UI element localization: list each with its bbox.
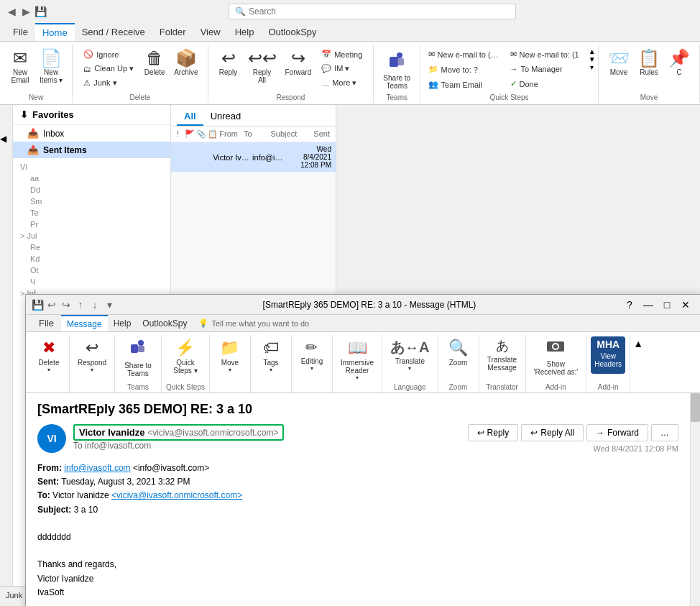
ignore-button[interactable]: 🚫 Ignore [78,47,139,61]
msg-customize-button[interactable]: ▾ [103,299,115,311]
msg-translate-button[interactable]: あ↔A Translate ▾ [387,336,433,374]
msg-move-button[interactable]: 📁 Move ▾ [214,336,246,375]
menu-outlookspy[interactable]: OutlookSpy [261,23,323,41]
quick-new-email-1-button[interactable]: ✉ New e-mail to: (1 [505,47,584,61]
c-btn[interactable]: 📌 C [665,47,694,86]
msg-reply-all-button[interactable]: ↩ Reply All [521,424,584,441]
im-button[interactable]: 💬 IM ▾ [316,62,367,75]
cleanup-button[interactable]: 🗂 Clean Up ▾ [78,62,139,75]
folder-dd[interactable]: Dd [20,184,163,196]
msg-redo-button[interactable]: ↪ [60,299,72,311]
reply-button[interactable]: ↩ Reply [214,47,243,86]
msg-tags-button[interactable]: 🏷 Tags ▾ [255,336,287,375]
ribbon-group-move: 📨 Move 📋 Rules 📌 C Move [599,45,700,103]
msg-delete-button[interactable]: ✖ Delete ▾ [33,336,65,375]
menu-send-receive[interactable]: Send / Receive [75,23,152,41]
folder-ch[interactable]: Ч [20,276,163,288]
msg-reply-button[interactable]: ↩ Reply [468,424,519,441]
menu-home[interactable]: Home [35,23,75,41]
quick-team-email-button[interactable]: 👥 Team Email [423,78,504,91]
menu-help[interactable]: Help [228,23,262,41]
ribbon-expand-arrow[interactable]: ▲ [633,338,643,349]
folder-aa[interactable]: aa [20,173,163,184]
msg-down-button[interactable]: ↓ [89,299,101,311]
folder-re[interactable]: Re [20,242,163,253]
body-to: To: Victor Ivanidze <viciva@ivasoft.onmi… [37,489,678,502]
col-from-header[interactable]: From [216,128,241,140]
msg-scrollbar[interactable] [690,393,700,606]
col-sent-header[interactable]: Sent [300,128,333,140]
msg-scroll-thumb[interactable] [691,393,700,422]
msg-zoom-button[interactable]: 🔍 Zoom [443,336,474,374]
sidebar-item-inbox[interactable]: 📥 Inbox [13,125,170,142]
ribbon-expand-btn[interactable]: ▲ [630,335,646,392]
msg-email-body: From: info@ivasoft.com <info@ivasoft.com… [37,462,678,600]
folder-pr[interactable]: Pr [20,219,163,230]
quick-to-manager-button[interactable]: → To Manager [505,63,584,75]
new-email-button[interactable]: ✉ NewEmail [6,47,34,86]
sidebar-collapse-icon[interactable]: ◀ [0,134,6,144]
msg-menu-file[interactable]: File [32,315,61,331]
from-email-link[interactable]: info@ivasoft.com [64,463,130,473]
junk-button[interactable]: ⚠ Junk ▾ [78,76,139,90]
msg-minimize-button[interactable]: — [640,298,657,312]
msg-immersive-icon: 📖 [348,339,367,357]
search-input[interactable] [249,6,510,17]
delete-button[interactable]: 🗑 Delete [140,47,169,86]
msg-menu-help[interactable]: Help [108,315,137,331]
msg-more-action-button[interactable]: … [651,424,678,441]
msg-undo-button[interactable]: ↩ [46,299,57,311]
folder-te[interactable]: Te [20,207,163,219]
archive-button[interactable]: 📦 Archive [170,47,201,86]
msg-share-teams-button[interactable]: Share toTeams [119,336,157,380]
reply-all-button[interactable]: ↩↩ ReplyAll [244,47,280,86]
msg-close-button[interactable]: ✕ [677,298,694,312]
move-btn[interactable]: 📨 Move [604,47,633,86]
rules-btn[interactable]: 📋 Rules [635,47,663,86]
teams-icon [387,50,407,73]
folder-vi[interactable]: Vi [20,161,163,173]
msg-view-headers-button[interactable]: MHA ViewHeaders [591,336,625,374]
menu-view[interactable]: View [193,23,228,41]
more-respond-button[interactable]: … More ▾ [316,76,367,90]
tab-unread[interactable]: Unread [203,108,249,126]
msg-menu-outlookspy[interactable]: OutlookSpy [137,315,193,331]
col-subject-header[interactable]: Subject [268,128,300,140]
msg-respond-button[interactable]: ↩ Respond ▾ [74,336,110,375]
quicksteps-scroll-down[interactable]: ▼ [589,55,596,63]
menu-file[interactable]: File [6,23,35,41]
meeting-button[interactable]: 📅 Meeting [316,47,367,61]
quick-move-to-button[interactable]: 📁 Move to: ? [423,63,504,76]
save-button[interactable]: 💾 [34,6,46,17]
msg-editing-button[interactable]: ✏ Editing ▾ [296,336,328,374]
to-email-link[interactable]: <viciva@ivasoft.onmicrosoft.com> [111,490,242,500]
msg-forward-action-button[interactable]: → Forward [586,424,648,441]
col-to-header[interactable]: To [241,128,268,140]
msg-show-received-button[interactable]: Show'Received as:' [530,336,582,378]
quicksteps-expand[interactable]: ▾ [589,63,596,71]
sidebar-item-sent-items[interactable]: 📤 Sent Items [13,142,170,158]
msg-immersive-button[interactable]: 📖 ImmersiveReader ▾ [337,336,377,383]
msg-maximize-button[interactable]: □ [658,298,676,312]
tab-all[interactable]: All [177,108,203,126]
quick-new-email-to-button[interactable]: ✉ New e-mail to (… [423,47,504,61]
forward-button[interactable]: ↪ Forward [282,47,316,86]
msg-help-button[interactable]: ? [621,298,638,312]
share-to-teams-button[interactable]: Share toTeams [379,47,414,92]
msg-translate-msg-button[interactable]: あ TranslateMessage [484,336,521,374]
table-row[interactable]: Victor Ivanidze info@ivasoft.com [SmartR… [171,142,336,173]
folder-ot[interactable]: Ot [20,265,163,276]
folder-kd[interactable]: Kd [20,253,163,265]
menu-folder[interactable]: Folder [152,23,193,41]
forward-button[interactable]: ▶ [20,6,32,17]
quicksteps-scroll-up[interactable]: ▲ [589,47,596,55]
folder-jul[interactable]: > Jul [20,230,163,242]
folder-sm[interactable]: Sm [20,196,163,207]
quick-done-button[interactable]: ✓ Done [505,77,584,91]
back-button[interactable]: ◀ [6,6,17,17]
msg-up-button[interactable]: ↑ [75,299,86,311]
msg-quicksteps-button[interactable]: ⚡ QuickSteps ▾ [167,336,204,377]
msg-save-button[interactable]: 💾 [32,299,43,311]
new-items-button[interactable]: 📄 NewItems ▾ [36,47,66,86]
msg-menu-message[interactable]: Message [61,315,108,331]
